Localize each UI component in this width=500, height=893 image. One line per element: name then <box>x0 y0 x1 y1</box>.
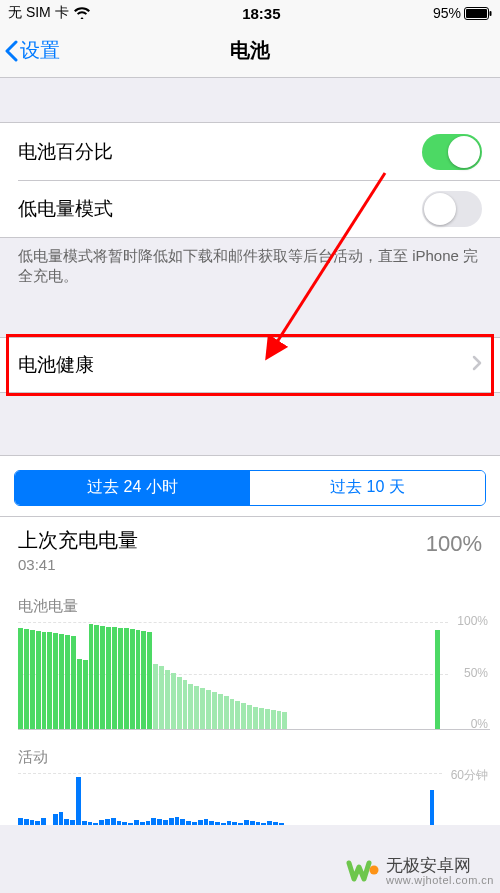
chart-bar <box>130 629 135 729</box>
chart-bar <box>194 686 199 729</box>
y-tick: 100% <box>457 614 488 628</box>
battery-percent-text: 95% <box>433 5 461 21</box>
chart-bar <box>118 628 123 729</box>
settings-group-1: 电池百分比 低电量模式 <box>0 122 500 238</box>
row-label: 电池健康 <box>18 352 94 378</box>
watermark: 无极安卓网 www.wjhotel.com.cn <box>346 855 494 889</box>
battery-icon <box>464 7 492 20</box>
chart-bar <box>59 634 64 728</box>
chart-bar <box>94 625 99 729</box>
y-tick: 0% <box>471 717 488 731</box>
chart-bar <box>71 636 76 728</box>
y-tick: 60分钟 <box>451 767 488 784</box>
row-battery-percentage[interactable]: 电池百分比 <box>0 123 500 180</box>
chart-bar <box>36 631 41 728</box>
last-charge-section: 上次充电电量 03:41 100% <box>0 517 500 579</box>
chart-bar <box>282 712 287 728</box>
low-power-toggle[interactable] <box>422 191 482 227</box>
svg-rect-1 <box>466 9 487 18</box>
chart-bar <box>277 711 282 728</box>
chart-bar <box>188 684 193 729</box>
segment-10d[interactable]: 过去 10 天 <box>250 471 485 505</box>
chart-bar <box>136 630 141 728</box>
page-title: 电池 <box>230 37 270 64</box>
row-low-power-mode[interactable]: 低电量模式 <box>18 180 500 237</box>
chart-bar <box>153 664 158 728</box>
svg-rect-2 <box>489 11 491 16</box>
chart-bar <box>147 632 152 728</box>
segment-24h[interactable]: 过去 24 小时 <box>15 471 250 505</box>
chart-bar <box>192 822 197 825</box>
chart-bar <box>159 666 164 728</box>
status-time: 18:35 <box>242 5 280 22</box>
chart-bar <box>35 821 40 824</box>
chart-bar <box>435 630 440 728</box>
chart-bar <box>141 631 146 728</box>
chart-bar <box>200 688 205 729</box>
chart-bar <box>88 822 93 825</box>
chart-bar <box>30 630 35 728</box>
chart-bar <box>165 670 170 729</box>
wifi-icon <box>74 7 90 19</box>
chart-bar <box>134 820 139 824</box>
chart-bar <box>122 822 127 825</box>
chart-bar <box>430 790 435 825</box>
chart-bar <box>117 821 122 824</box>
chart-bar <box>232 822 237 825</box>
chart-bar <box>215 822 220 825</box>
chart-bar <box>183 680 188 728</box>
chart-bar <box>18 628 23 729</box>
chart-bar <box>83 660 88 728</box>
chevron-right-icon <box>472 355 482 375</box>
carrier-text: 无 SIM 卡 <box>8 4 69 22</box>
chart-bar <box>24 629 29 729</box>
chart-bar <box>106 627 111 729</box>
chart-bar <box>65 635 70 728</box>
chart-bar <box>218 694 223 728</box>
watermark-title: 无极安卓网 <box>386 857 494 875</box>
chart-bar <box>253 707 258 728</box>
chart-bar <box>271 710 276 728</box>
chart-bar <box>279 823 284 825</box>
watermark-logo-icon <box>346 855 380 889</box>
chart-bar <box>230 699 235 729</box>
battery-level-chart: 电池电量 100% 50% 0% <box>0 579 500 734</box>
chart-bar <box>212 692 217 728</box>
chart-bar <box>244 820 249 824</box>
nav-bar: 设置 电池 <box>0 24 500 78</box>
chart-bar <box>47 632 52 728</box>
chart-bar <box>146 821 151 824</box>
back-button[interactable]: 设置 <box>4 37 60 64</box>
chart-bar <box>265 709 270 728</box>
chart-bar <box>247 705 252 729</box>
chart-bar <box>105 819 110 824</box>
chart-bar <box>100 626 105 729</box>
chart-bar <box>209 821 214 824</box>
chevron-left-icon <box>4 40 18 62</box>
chart-bar <box>53 633 58 728</box>
chart-bar <box>204 819 209 824</box>
chart-bar <box>124 628 129 729</box>
chart-bar <box>99 820 104 824</box>
chart-bar <box>198 820 203 824</box>
chart-bar <box>227 821 232 824</box>
y-tick: 50% <box>464 666 488 680</box>
chart-bar <box>175 817 180 825</box>
row-battery-health[interactable]: 电池健康 <box>0 337 500 393</box>
battery-percentage-toggle[interactable] <box>422 134 482 170</box>
chart-bar <box>64 819 69 824</box>
chart-title: 活动 <box>18 748 490 767</box>
chart-bar <box>82 821 87 824</box>
chart-bar <box>140 822 145 825</box>
chart-bar <box>151 818 156 825</box>
row-label: 低电量模式 <box>18 196 113 222</box>
chart-bar <box>267 821 272 824</box>
chart-bar <box>259 708 264 728</box>
chart-bar <box>186 821 191 824</box>
chart-bar <box>163 820 168 824</box>
chart-bar <box>180 819 185 824</box>
chart-bar <box>111 818 116 824</box>
chart-bar <box>157 819 162 824</box>
chart-bar <box>256 822 261 825</box>
chart-bar <box>238 823 243 825</box>
